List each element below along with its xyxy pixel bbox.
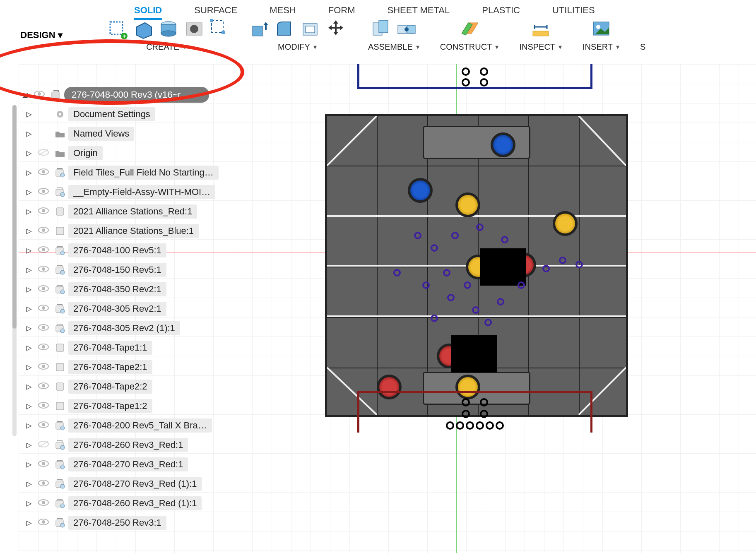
- browser-item[interactable]: ▷ Origin: [19, 143, 246, 163]
- browser-item[interactable]: ▷ 276-7048-350 Rev2:1: [19, 279, 246, 299]
- browser-item[interactable]: ▷ 276-7048-150 Rev5:1: [19, 260, 246, 279]
- browser-item[interactable]: ▷ 276-7048-260 Rev3_Red:1: [19, 435, 246, 454]
- visibility-toggle[interactable]: [35, 284, 52, 295]
- ribbon-label-create[interactable]: CREATE: [146, 42, 186, 52]
- frame-icon[interactable]: [208, 17, 226, 36]
- ribbon-label-modify[interactable]: MODIFY: [278, 42, 317, 52]
- visibility-toggle[interactable]: [35, 440, 52, 450]
- svg-rect-22: [533, 31, 549, 36]
- hole-icon[interactable]: [183, 17, 206, 41]
- browser-item[interactable]: ▷ 276-7048-Tape2:1: [19, 357, 246, 377]
- expand-toggle[interactable]: ▷: [23, 420, 35, 430]
- browser-item[interactable]: ▷ 276-7048-Tape1:2: [19, 396, 246, 416]
- visibility-toggle[interactable]: [35, 362, 52, 373]
- visibility-toggle[interactable]: [35, 381, 52, 392]
- expand-toggle[interactable]: ▷: [23, 440, 35, 450]
- browser-item[interactable]: ▷ 276-7048-200 Rev5_Tall X Bra…: [19, 416, 246, 435]
- expand-toggle[interactable]: ▷: [23, 128, 35, 139]
- svg-point-94: [60, 465, 65, 469]
- linked-component-icon: [48, 89, 64, 100]
- visibility-toggle[interactable]: [35, 167, 52, 178]
- plane-icon[interactable]: [458, 17, 481, 41]
- browser-item[interactable]: ▷ 276-7048-270 Rev3_Red (1):1: [19, 474, 246, 493]
- visibility-toggle[interactable]: [35, 264, 52, 275]
- visibility-toggle[interactable]: [35, 187, 52, 197]
- browser-scrollbar[interactable]: [12, 105, 17, 436]
- component-icon[interactable]: [369, 17, 392, 41]
- expand-toggle[interactable]: ▷: [23, 226, 35, 236]
- component-icon: [52, 342, 68, 353]
- shell-icon[interactable]: [299, 17, 322, 41]
- ribbon-label-assemble[interactable]: ASSEMBLE: [368, 42, 419, 52]
- measure-icon[interactable]: [529, 17, 552, 41]
- browser-item[interactable]: ▷ 276-7048-305 Rev2 (1):1: [19, 318, 246, 338]
- expand-toggle[interactable]: ▷: [23, 381, 35, 392]
- visibility-toggle[interactable]: [35, 498, 52, 509]
- browser-item-label: 276-7048-270 Rev3_Red:1: [68, 457, 188, 471]
- expand-toggle[interactable]: ▷: [23, 245, 35, 255]
- expand-toggle[interactable]: ▷: [23, 109, 35, 119]
- expand-toggle[interactable]: ◢: [19, 89, 31, 100]
- visibility-toggle[interactable]: [35, 517, 52, 528]
- visibility-toggle[interactable]: [35, 148, 52, 159]
- fillet-icon[interactable]: [273, 17, 296, 41]
- sketch-icon[interactable]: +: [106, 17, 129, 41]
- mobile-goal-yellow-1: [455, 192, 480, 217]
- expand-toggle[interactable]: ▷: [23, 187, 35, 197]
- expand-toggle[interactable]: ▷: [23, 323, 35, 333]
- expand-toggle[interactable]: ▷: [23, 478, 35, 489]
- visibility-toggle[interactable]: [35, 226, 52, 236]
- expand-toggle[interactable]: ▷: [23, 148, 35, 158]
- browser-item[interactable]: ▷ Field Tiles_Full Field No Starting…: [19, 163, 246, 182]
- expand-toggle[interactable]: ▷: [23, 401, 35, 411]
- expand-toggle[interactable]: ▷: [23, 498, 35, 508]
- expand-toggle[interactable]: ▷: [23, 206, 35, 216]
- visibility-toggle[interactable]: [35, 323, 52, 334]
- expand-toggle[interactable]: ▷: [23, 459, 35, 469]
- visibility-toggle[interactable]: [31, 89, 48, 100]
- visibility-toggle[interactable]: [35, 420, 52, 431]
- linked-icon: [52, 420, 68, 431]
- visibility-toggle[interactable]: [35, 478, 52, 489]
- visibility-toggle[interactable]: [35, 245, 52, 256]
- joint-icon[interactable]: [395, 17, 418, 41]
- insert-image-icon[interactable]: [590, 17, 613, 41]
- browser-item[interactable]: ▷ 276-7048-Tape2:2: [19, 377, 246, 396]
- ribbon-label-construct[interactable]: CONSTRUCT: [440, 42, 499, 52]
- expand-toggle[interactable]: ▷: [23, 517, 35, 528]
- browser-item[interactable]: ▷ 276-7048-305 Rev2:1: [19, 299, 246, 318]
- browser-item[interactable]: ▷ 2021 Alliance Stations_Red:1: [19, 202, 246, 221]
- expand-toggle[interactable]: ▷: [23, 362, 35, 372]
- browser-item[interactable]: ▷ 276-7048-270 Rev3_Red:1: [19, 454, 246, 474]
- expand-toggle[interactable]: ▷: [23, 167, 35, 178]
- expand-toggle[interactable]: ▷: [23, 284, 35, 294]
- expand-toggle[interactable]: ▷: [23, 303, 35, 314]
- workspace-switcher[interactable]: DESIGN ▾: [10, 24, 73, 46]
- ribbon-label-insert[interactable]: INSERT: [583, 42, 619, 52]
- browser-item[interactable]: ▷ 276-7048-260 Rev3_Red (1):1: [19, 493, 246, 513]
- browser-item-label: 276-7048-100 Rev5:1: [68, 243, 166, 257]
- browser-item[interactable]: ▷ 276-7048-Tape1:1: [19, 338, 246, 357]
- visibility-toggle[interactable]: [35, 401, 52, 411]
- browser-item[interactable]: ▷ 276-7048-250 Rev3:1: [19, 513, 246, 532]
- visibility-toggle[interactable]: [35, 206, 52, 217]
- browser-item[interactable]: ▷ Named Views: [19, 124, 246, 143]
- ribbon-label-inspect[interactable]: INSPECT: [519, 42, 562, 52]
- svg-point-52: [42, 248, 45, 251]
- visibility-toggle[interactable]: [35, 342, 52, 353]
- browser-item[interactable]: ▷ 2021 Alliance Stations_Blue:1: [19, 221, 246, 240]
- presspull-icon[interactable]: [247, 17, 270, 41]
- expand-toggle[interactable]: ▷: [23, 264, 35, 275]
- browser-item[interactable]: ▷ 276-7048-100 Rev5:1: [19, 240, 246, 260]
- visibility-toggle[interactable]: [35, 303, 52, 314]
- move-icon[interactable]: [324, 17, 347, 41]
- browser-item[interactable]: ▷ __Empty-Field-Assy-WITH-MOI…: [19, 182, 246, 202]
- browser-item[interactable]: ▷ Document Settings: [19, 104, 246, 124]
- component-icon: [52, 206, 68, 217]
- cylinder-icon[interactable]: [157, 17, 180, 41]
- linked-icon: [52, 245, 68, 256]
- visibility-toggle[interactable]: [35, 459, 52, 470]
- box-icon[interactable]: [131, 17, 154, 41]
- browser-root[interactable]: ◢ 276-7048-000 Rev3 (v16~r…: [19, 85, 246, 104]
- expand-toggle[interactable]: ▷: [23, 342, 35, 353]
